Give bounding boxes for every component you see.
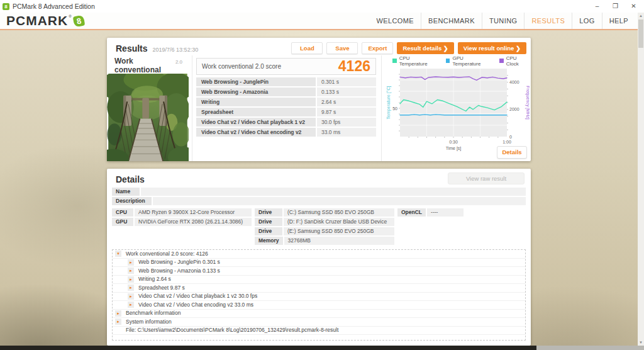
result-details-button[interactable]: Result details ❯ bbox=[397, 42, 453, 54]
scrollbar-thumb[interactable] bbox=[638, 20, 643, 48]
nav-item-results[interactable]: RESULTS bbox=[524, 13, 572, 29]
expand-arrow-icon[interactable]: ▸ bbox=[128, 285, 134, 291]
legend-swatch-icon bbox=[392, 59, 397, 63]
scroll-up-icon[interactable]: ▲ bbox=[638, 13, 644, 19]
export-button[interactable]: Export bbox=[362, 42, 393, 54]
hardware-col-3: OpenCL---- bbox=[397, 208, 526, 245]
expand-arrow-icon[interactable]: ▸ bbox=[115, 310, 121, 317]
score-panel: Work conventional 2.0 score 4126 Web Bro… bbox=[196, 58, 376, 138]
score-row-label: Video Chat v2 / Video Chat encoding v2 bbox=[196, 128, 316, 137]
tree-row-1[interactable]: ▸Web Browsing - JunglePin 0.301 s bbox=[113, 259, 525, 268]
monitor-chart: 500200040000:301:00Time [s]Temperature [… bbox=[385, 65, 530, 153]
expand-arrow-icon[interactable]: ▸ bbox=[115, 319, 121, 325]
score-row-0: Web Browsing - JunglePin0.301 s bbox=[196, 77, 376, 86]
divider bbox=[192, 55, 192, 161]
meta-label: Description bbox=[112, 197, 152, 205]
tree-text: Benchmark information bbox=[126, 309, 180, 317]
score-row-value: 30.0 fps bbox=[317, 118, 376, 127]
tree-row-8[interactable]: ▸System information bbox=[113, 318, 525, 327]
svg-text:Temperature [°C]: Temperature [°C] bbox=[386, 86, 391, 119]
score-row-value: 2.64 s bbox=[317, 98, 376, 106]
meta-rows: NameDescription bbox=[112, 188, 526, 206]
nav-item-tuning[interactable]: TUNING bbox=[482, 13, 525, 29]
collapse-arrow-icon[interactable]: ▾ bbox=[115, 251, 121, 257]
nav-item-welcome[interactable]: WELCOME bbox=[369, 13, 421, 29]
app-icon: 8 bbox=[3, 3, 9, 10]
score-row-label: Writing bbox=[196, 98, 316, 106]
tree-row-5[interactable]: ▸Video Chat v2 / Video Chat playback 1 v… bbox=[113, 293, 525, 302]
tree-row-7[interactable]: ▸Benchmark information bbox=[113, 310, 525, 319]
nav-item-benchmark[interactable]: BENCHMARK bbox=[421, 13, 482, 29]
title-bar: 8 PCMark 8 Advanced Edition – ❐ ✕ bbox=[0, 0, 644, 13]
window-title: PCMark 8 Advanced Edition bbox=[13, 3, 95, 10]
score-label: Work conventional 2.0 score bbox=[202, 63, 281, 70]
hw-label: GPU bbox=[112, 218, 133, 226]
minimize-icon[interactable]: – bbox=[588, 0, 606, 13]
meta-value bbox=[153, 197, 526, 205]
hardware-col-2: Drive(C:) Samsung SSD 850 EVO 250GBDrive… bbox=[255, 208, 394, 245]
view-raw-result-button[interactable]: View raw result bbox=[448, 172, 525, 184]
result-tree: ▾Work conventional 2.0 score: 4126▸Web B… bbox=[112, 249, 526, 341]
tree-row-4[interactable]: ▸Spreadsheet 9.87 s bbox=[113, 284, 525, 293]
svg-text:Time [s]: Time [s] bbox=[446, 146, 462, 151]
legend-swatch-icon bbox=[446, 59, 450, 63]
svg-text:0:30: 0:30 bbox=[449, 140, 458, 144]
window-controls: – ❐ ✕ bbox=[588, 0, 643, 13]
load-button[interactable]: Load bbox=[291, 42, 323, 54]
score-row-value: 9.87 s bbox=[317, 108, 376, 116]
nav-item-help[interactable]: HELP bbox=[602, 13, 635, 29]
expand-arrow-icon[interactable]: ▸ bbox=[128, 302, 134, 308]
work-title: Work conventional bbox=[114, 57, 175, 74]
hw-row-memory: Memory32768MB bbox=[255, 237, 394, 245]
hw-value: (C:) Samsung SSD 850 EVO 250GB bbox=[284, 208, 394, 217]
taskbar-strip-light bbox=[536, 346, 644, 350]
hw-label: Drive bbox=[255, 208, 282, 217]
view-result-online-button[interactable]: View result online ❯ bbox=[458, 42, 526, 54]
hw-value: AMD Ryzen 9 3900X 12-Core Processor bbox=[135, 208, 252, 217]
svg-text:4000: 4000 bbox=[509, 80, 519, 84]
registered-mark: ® bbox=[69, 14, 71, 18]
hw-value: (E:) Samsung SSD 850 EVO 250GB bbox=[284, 227, 394, 235]
nav-item-log[interactable]: LOG bbox=[572, 13, 601, 29]
score-row-label: Video Chat v2 / Video Chat playback 1 v2 bbox=[196, 118, 316, 127]
tree-row-6[interactable]: ▸Video Chat v2 / Video Chat encoding v2 … bbox=[113, 301, 525, 310]
hw-row-drive: Drive(C:) Samsung SSD 850 EVO 250GB bbox=[255, 208, 394, 217]
tree-text: Writing 2.64 s bbox=[138, 275, 171, 283]
score-value: 4126 bbox=[338, 58, 370, 75]
vertical-scrollbar[interactable]: ▲ ▼ bbox=[638, 13, 644, 346]
expand-arrow-icon[interactable]: ▸ bbox=[128, 293, 134, 300]
close-icon[interactable]: ✕ bbox=[625, 0, 643, 13]
tree-text: System information bbox=[126, 318, 172, 326]
expand-arrow-icon[interactable]: ▸ bbox=[128, 276, 134, 283]
hw-value: (D: F:) SanDisk Cruzer Blade USB Device bbox=[284, 218, 394, 226]
score-box: Work conventional 2.0 score 4126 bbox=[196, 58, 376, 75]
save-button[interactable]: Save bbox=[326, 42, 358, 54]
results-card: Results 2019/7/6 13:52:30 Load Save Expo… bbox=[107, 38, 531, 161]
scroll-down-icon[interactable]: ▼ bbox=[638, 339, 644, 346]
tree-text: Work conventional 2.0 score: 4126 bbox=[126, 250, 208, 258]
maximize-icon[interactable]: ❐ bbox=[606, 0, 625, 13]
results-buttons: Load Save Export Result details ❯ View r… bbox=[291, 42, 526, 54]
tree-text: Video Chat v2 / Video Chat encoding v2 3… bbox=[138, 301, 253, 309]
monitor-panel: CPU TemperatureGPU TemperatureCPU Clock … bbox=[385, 57, 530, 155]
chart-details-button[interactable]: Details bbox=[497, 146, 527, 159]
hw-label: Drive bbox=[255, 227, 282, 235]
tree-row-3[interactable]: ▸Writing 2.64 s bbox=[113, 276, 525, 285]
tree-row-0[interactable]: ▾Work conventional 2.0 score: 4126 bbox=[113, 250, 525, 259]
expand-arrow-icon[interactable]: ▸ bbox=[128, 268, 134, 274]
hw-row-drive: Drive(E:) Samsung SSD 850 EVO 250GB bbox=[255, 227, 394, 235]
results-title: Results bbox=[116, 43, 148, 54]
hw-value: 32768MB bbox=[284, 237, 394, 245]
svg-text:50: 50 bbox=[392, 106, 397, 111]
hw-label: Drive bbox=[255, 218, 282, 226]
tree-row-9[interactable]: File: C:\Users\iamw2\Documents\PCMark 8\… bbox=[113, 327, 525, 336]
score-row-2: Writing2.64 s bbox=[196, 98, 376, 106]
svg-text:Frequency [MHz]: Frequency [MHz] bbox=[525, 86, 530, 119]
tree-text: Web Browsing - JunglePin 0.301 s bbox=[138, 258, 220, 266]
tree-row-2[interactable]: ▸Web Browsing - Amazonia 0.133 s bbox=[113, 267, 525, 276]
expand-arrow-icon[interactable]: ▸ bbox=[128, 259, 134, 266]
taskbar-strip bbox=[0, 346, 536, 350]
meta-label: Name bbox=[112, 188, 140, 196]
tree-text: File: C:\Users\iamw2\Documents\PCMark 8\… bbox=[126, 326, 338, 334]
hw-label: OpenCL bbox=[397, 208, 426, 217]
